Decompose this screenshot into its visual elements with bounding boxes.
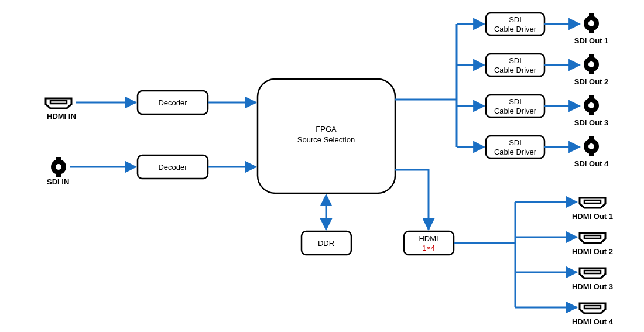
sdi-out-1-label: SDI Out 1 [574,36,609,45]
hdmi-out-1-label: HDMI Out 1 [572,212,613,221]
hdmi-in-connector-icon [46,98,71,108]
hdmi-in-label: HDMI IN [47,112,76,121]
sdi-out-3-icon [584,95,599,115]
sdi-driver-3: SDI Cable Driver [486,95,544,117]
sdi-driver-1: SDI Cable Driver [486,13,544,35]
sdi-driver-4-line2: Cable Driver [494,148,537,156]
decoder-bottom-label: Decoder [158,163,187,172]
decoder-top-label: Decoder [158,98,187,107]
fpga-label-1: FPGA [316,125,337,134]
hdmi-out-1-icon [580,198,605,208]
sdi-driver-2-line2: Cable Driver [494,66,537,74]
sdi-driver-4-line1: SDI [509,138,522,147]
sdi-out-1-icon [584,13,599,33]
sdi-out-4-icon [584,136,599,156]
sdi-driver-1-line1: SDI [509,15,522,24]
sdi-driver-2-line1: SDI [509,56,522,65]
sdi-out-3-label: SDI Out 3 [574,118,609,127]
sdi-driver-3-line1: SDI [509,97,522,106]
hdmi-out-4-label: HDMI Out 4 [572,317,614,326]
sdi-driver-4: SDI Cable Driver [486,136,544,158]
sdi-out-2-label: SDI Out 2 [574,77,609,86]
block-diagram: HDMI IN SDI IN Decoder Decoder FPGA Sour… [0,0,644,332]
hdmi-out-4-icon [580,303,605,313]
hdmi-out-3-icon [580,268,605,278]
sdi-in-label: SDI IN [47,177,69,186]
fpga-label-2: Source Selection [297,135,355,144]
hdmi-out-2-label: HDMI Out 2 [572,247,613,256]
sdi-driver-1-line2: Cable Driver [494,25,537,33]
sdi-in-connector-icon [51,157,66,177]
arrow-fpga-to-hdmi-split [395,170,429,230]
hdmi-splitter-line1: HDMI [419,234,438,243]
sdi-out-4-label: SDI Out 4 [574,159,609,168]
ddr-label: DDR [318,239,334,248]
sdi-out-2-icon [584,54,599,74]
hdmi-out-3-label: HDMI Out 3 [572,282,613,291]
sdi-driver-3-line2: Cable Driver [494,107,537,115]
sdi-driver-2: SDI Cable Driver [486,54,544,76]
hdmi-out-2-icon [580,233,605,243]
hdmi-splitter-line2: 1×4 [422,244,435,252]
